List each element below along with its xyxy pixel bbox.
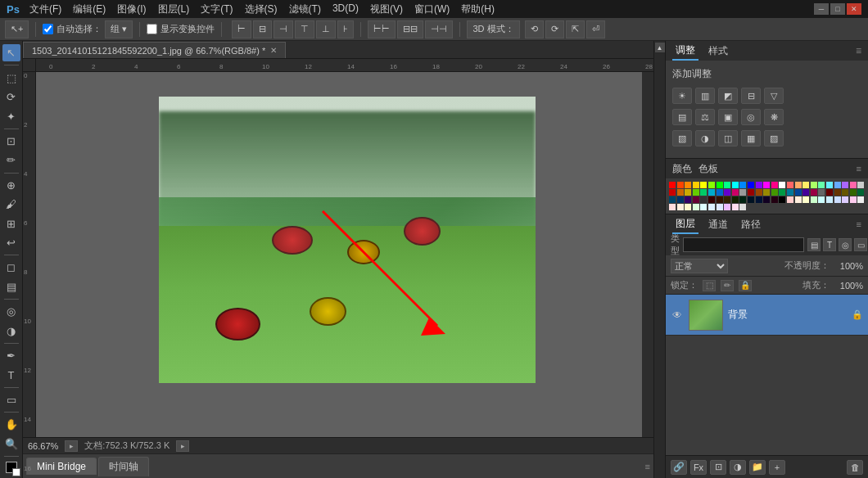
move-tool-button[interactable]: ↖+ [5,20,29,38]
layer-filter-smart[interactable]: ◎ [839,238,852,251]
menu-item-3[interactable]: 图层(L) [153,1,195,18]
layer-filter-type[interactable]: T [823,238,836,251]
swatch-40[interactable] [787,189,793,196]
tool-text[interactable]: T [2,366,20,383]
tool-move[interactable]: ↖ [2,44,20,61]
swatch-82[interactable] [724,204,730,210]
tool-zoom[interactable]: 🔍 [2,435,20,453]
tool-gradient[interactable]: ▤ [2,278,20,295]
menu-item-8[interactable]: 视图(V) [365,1,408,18]
auto-select-dropdown[interactable]: 组 ▾ [105,20,133,38]
adjust-icon-8[interactable]: ◎ [741,109,761,125]
swatch-34[interactable] [739,189,746,196]
tool-hand[interactable]: ✋ [2,416,20,433]
add-style-button[interactable]: Fx [690,460,707,475]
close-button[interactable]: ✕ [847,3,861,15]
swatch-74[interactable] [857,196,864,203]
swatch-62[interactable] [763,196,770,203]
adjust-icon-14[interactable]: ▨ [764,130,784,147]
swatch-53[interactable] [693,196,699,203]
adjust-icon-10[interactable]: ▧ [672,130,692,147]
swatch-36[interactable] [756,189,762,196]
maximize-button[interactable]: □ [830,3,845,15]
vertical-scrollbar[interactable] [642,72,653,437]
swatch-70[interactable] [826,196,833,203]
right-edge-scrollbar[interactable]: ▲ [653,41,665,478]
swatch-22[interactable] [842,182,848,188]
swatch-1[interactable] [677,182,684,188]
menu-item-0[interactable]: 文件(F) [25,1,66,18]
distribute-h-button[interactable]: ⊟⊟ [397,20,423,38]
menu-item-5[interactable]: 选择(S) [240,1,283,18]
swatch-24[interactable] [857,182,864,188]
adjust-icon-9[interactable]: ❋ [764,109,784,125]
3d-mode-toggle[interactable]: 3D 模式： [467,20,519,38]
adjust-icon-4[interactable]: ▽ [764,88,784,104]
menu-item-9[interactable]: 窗口(W) [409,1,454,18]
swatch-81[interactable] [717,204,723,210]
swatch-61[interactable] [756,196,762,203]
mini-bridge-tab[interactable]: Mini Bridge [26,458,97,475]
swatch-3[interactable] [693,182,699,188]
scroll-up-button[interactable]: ▲ [655,43,665,52]
swatch-35[interactable] [748,189,754,196]
tool-lasso[interactable]: ⟳ [2,88,20,106]
swatch-10[interactable] [748,182,754,188]
align-left-button[interactable]: ⊢ [232,20,251,38]
swatch-52[interactable] [685,196,691,203]
swatch-59[interactable] [739,196,746,203]
layer-filter-pixel[interactable]: ▤ [807,238,821,251]
auto-select-checkbox[interactable] [43,24,53,34]
swatch-57[interactable] [724,196,730,203]
distribute-right-button[interactable]: ⊣⊣ [425,20,453,38]
show-transform-checkbox[interactable] [147,24,157,34]
swatch-56[interactable] [717,196,723,203]
swatch-21[interactable] [834,182,841,188]
swatch-54[interactable] [700,196,707,203]
tool-history-brush[interactable]: ↩ [2,234,20,251]
swatch-15[interactable] [787,182,793,188]
swatch-0[interactable] [669,182,676,188]
new-adjustment-button[interactable]: ◑ [730,460,746,475]
swatch-32[interactable] [724,189,730,196]
window-controls[interactable]: ─ □ ✕ [814,3,861,15]
delete-layer-button[interactable]: 🗑 [847,460,863,475]
swatch-14[interactable] [779,182,785,188]
swatch-63[interactable] [771,196,778,203]
new-layer-button[interactable]: + [769,460,785,475]
adjustments-panel-menu[interactable]: ≡ [856,45,861,56]
color-panel-menu[interactable]: ≡ [857,164,861,174]
menu-item-10[interactable]: 帮助(H) [456,1,500,18]
tab-color[interactable]: 颜色 [672,162,692,176]
canvas-content[interactable] [36,72,642,437]
swatch-72[interactable] [842,196,848,203]
tool-eyedropper[interactable]: ✏ [2,151,20,169]
swatch-51[interactable] [677,196,684,203]
swatch-18[interactable] [811,182,817,188]
layers-panel-menu[interactable]: ≡ [857,219,861,229]
adjust-icon-2[interactable]: ◩ [718,88,738,104]
align-top-button[interactable]: ⊤ [295,20,314,38]
tool-marquee[interactable]: ⬚ [2,69,20,86]
layer-link-button[interactable]: 🔗 [671,460,687,475]
menu-bar[interactable]: 文件(F)编辑(E)图像(I)图层(L)文字(T)选择(S)滤镜(T)3D(D)… [25,1,500,18]
adjust-icon-0[interactable]: ☀ [672,88,692,104]
menu-item-4[interactable]: 文字(T) [196,1,237,18]
blend-mode-select[interactable]: 正常 [671,259,728,273]
3d-btn-4[interactable]: ⏎ [586,20,605,38]
swatch-71[interactable] [834,196,841,203]
lock-all-button[interactable]: 🔒 [739,280,752,291]
align-right-button[interactable]: ⊣ [274,20,293,38]
layers-filter-input[interactable] [683,237,804,252]
tool-eraser[interactable]: ◻ [2,259,20,276]
swatch-33[interactable] [732,189,739,196]
swatch-55[interactable] [708,196,715,203]
swatch-38[interactable] [771,189,778,196]
swatch-41[interactable] [795,189,802,196]
swatch-69[interactable] [818,196,825,203]
swatch-13[interactable] [771,182,778,188]
lock-position-button[interactable]: ✏ [721,280,734,291]
swatch-75[interactable] [669,204,676,210]
swatch-50[interactable] [669,196,676,203]
swatch-78[interactable] [693,204,699,210]
